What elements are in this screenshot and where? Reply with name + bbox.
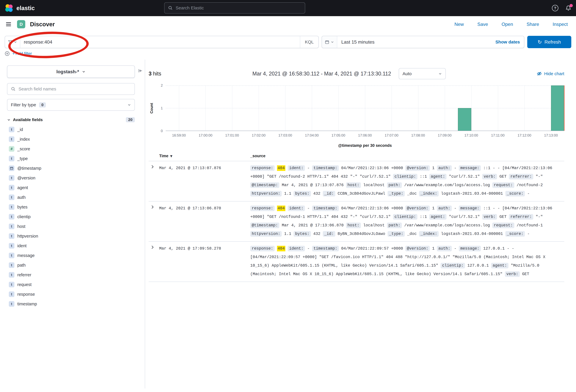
plot-area xyxy=(166,85,564,131)
hits-count: 3hits xyxy=(149,71,161,77)
field-item-request[interactable]: trequest xyxy=(7,280,135,289)
table-header: Time ▼ _source xyxy=(149,154,564,161)
string-field-icon: t xyxy=(9,243,14,249)
source-field-value: 04/Mar/2021:22:13:06 +0000 xyxy=(341,166,403,170)
expand-cell xyxy=(149,204,159,238)
menu-icon[interactable] xyxy=(5,20,12,28)
source-field-badge: @version: xyxy=(405,165,430,171)
grid-line xyxy=(166,85,564,86)
histogram-bar[interactable] xyxy=(458,108,471,131)
field-item-ident[interactable]: tident xyxy=(7,241,135,251)
field-item-bytes[interactable]: tbytes xyxy=(7,202,135,212)
open-button[interactable]: Open xyxy=(502,22,513,27)
collapse-sidebar-icon[interactable] xyxy=(138,68,143,73)
source-field-value: Mar 4, 2021 @ 17:13:07.876 xyxy=(282,183,344,187)
filter-options-icon[interactable] xyxy=(5,51,10,56)
field-item-id[interactable]: t_id xyxy=(7,125,135,134)
source-field-value: "curl/7.52.1" xyxy=(449,215,480,219)
saved-query-menu-button[interactable] xyxy=(5,36,20,48)
time-range-value[interactable]: Last 15 minutes xyxy=(337,39,379,45)
source-field-badge: agent: xyxy=(429,214,446,220)
field-name: host xyxy=(17,224,26,229)
source-field-badge: response: xyxy=(250,246,275,251)
field-search[interactable] xyxy=(7,83,135,95)
date-picker-calendar-button[interactable] xyxy=(322,36,337,48)
filter-by-type-select[interactable]: Filter by type 0 xyxy=(7,99,135,111)
expand-row-icon[interactable] xyxy=(149,244,155,249)
save-button[interactable]: Save xyxy=(477,22,488,27)
field-item-message[interactable]: tmessage xyxy=(7,251,135,260)
source-field-value: GET xyxy=(499,174,507,179)
field-name: request xyxy=(17,282,31,287)
field-item-timestamp[interactable]: ttimestamp xyxy=(7,299,135,309)
new-button[interactable]: New xyxy=(454,22,464,27)
refresh-label: Refresh xyxy=(545,39,561,45)
source-field-value: localhost xyxy=(363,183,385,187)
field-item-referrer[interactable]: treferrer xyxy=(7,270,135,280)
index-pattern-select[interactable]: logstash-* xyxy=(7,65,135,78)
inspect-button[interactable]: Inspect xyxy=(553,22,568,27)
field-item-agent[interactable]: tagent xyxy=(7,183,135,193)
current-time-marker xyxy=(564,85,565,131)
string-field-icon: t xyxy=(9,156,14,161)
source-field-badge: _type: xyxy=(388,231,405,237)
show-dates-button[interactable]: Show dates xyxy=(491,39,524,45)
source-field-value: 1 xyxy=(432,246,434,251)
x-tick-label: 17:08:00 xyxy=(411,133,425,138)
field-item-clientip[interactable]: tclientip xyxy=(7,212,135,222)
source-field-badge: ident: xyxy=(288,165,305,171)
chevron-down-icon xyxy=(82,70,86,73)
interval-select[interactable]: Auto xyxy=(399,68,446,79)
string-field-icon: t xyxy=(9,214,14,220)
source-field-badge: verb: xyxy=(505,271,520,277)
source-field-value: 1.1 xyxy=(284,192,291,196)
available-fields-header[interactable]: Available fields 20 xyxy=(7,117,135,122)
field-item-host[interactable]: thost xyxy=(7,222,135,231)
global-search[interactable] xyxy=(164,2,305,14)
field-name: timestamp xyxy=(17,302,37,307)
field-item-index[interactable]: t_index xyxy=(7,134,135,144)
x-tick-label: 17:03:00 xyxy=(278,133,292,138)
refresh-button[interactable]: ↻ Refresh xyxy=(527,36,571,48)
field-name: auth xyxy=(17,195,26,200)
field-list: t_idt_index#_scoret_type@timestampt@vers… xyxy=(7,125,135,309)
expand-row-icon[interactable] xyxy=(149,204,155,209)
source-field-badge: agent: xyxy=(491,263,508,268)
source-field-badge: host: xyxy=(346,223,361,228)
source-field-badge: @version: xyxy=(405,206,430,211)
global-search-input[interactable] xyxy=(176,5,301,10)
query-language-button[interactable]: KQL xyxy=(300,36,318,48)
source-field-badge: _index: xyxy=(419,231,438,237)
x-tick-label: 17:06:00 xyxy=(358,133,372,138)
expand-row-icon[interactable] xyxy=(149,164,155,169)
add-filter-button[interactable]: + Add filter xyxy=(12,51,32,56)
query-input[interactable] xyxy=(20,39,300,45)
x-tick-label: 17:04:00 xyxy=(305,133,318,138)
field-search-input[interactable] xyxy=(19,86,131,91)
hide-chart-button[interactable]: Hide chart xyxy=(537,71,564,76)
source-field-value: 404 xyxy=(277,246,285,251)
source-field-value: 1 xyxy=(432,206,434,211)
discover-app-badge[interactable]: D xyxy=(17,20,25,28)
source-field-badge: message: xyxy=(459,246,481,251)
field-item-score[interactable]: #_score xyxy=(7,144,135,154)
field-item-version[interactable]: t@version xyxy=(7,173,135,183)
elastic-logo[interactable]: elastic xyxy=(5,4,35,12)
help-icon[interactable]: ? xyxy=(552,5,558,11)
alerts-icon[interactable] xyxy=(565,5,571,11)
field-item-type[interactable]: t_type xyxy=(7,154,135,163)
time-column-header[interactable]: Time ▼ xyxy=(159,154,250,158)
x-tick-label: 16:59:00 xyxy=(172,133,186,138)
field-item-path[interactable]: tpath xyxy=(7,260,135,270)
field-item-auth[interactable]: tauth xyxy=(7,193,135,202)
histogram-chart: Count 210 16:59:0017:00:0017:01:0017:02:… xyxy=(149,85,564,139)
share-button[interactable]: Share xyxy=(526,22,539,27)
field-item-timestamp[interactable]: @timestamp xyxy=(7,163,135,173)
field-item-response[interactable]: tresponse xyxy=(7,289,135,299)
field-item-httpversion[interactable]: thttpversion xyxy=(7,231,135,241)
refresh-icon: ↻ xyxy=(538,39,542,45)
header-actions: New Save Open Share Inspect xyxy=(454,22,571,27)
histogram-bar[interactable] xyxy=(551,85,564,131)
source-field-value: GET xyxy=(522,272,529,276)
source-field-value: 404 xyxy=(277,206,285,211)
